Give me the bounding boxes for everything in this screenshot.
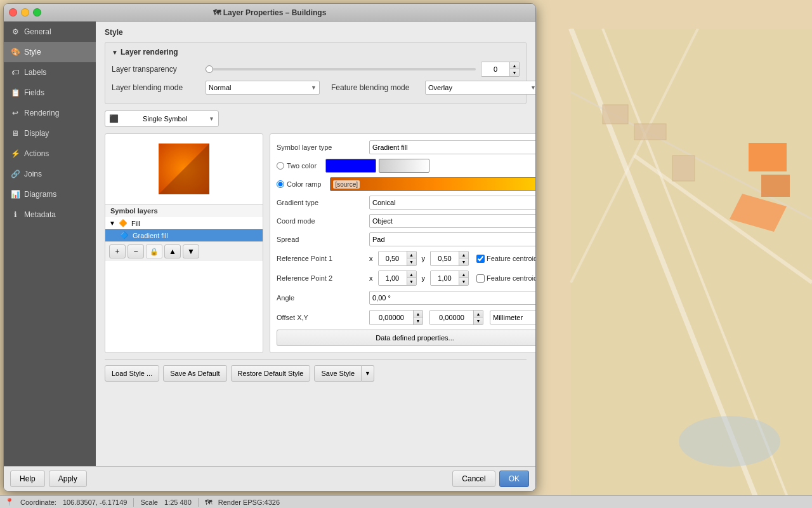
diagrams-icon: 📊 — [10, 189, 20, 199]
symbol-type-select[interactable]: Gradient fill ▼ — [369, 140, 535, 154]
data-defined-btn[interactable]: Data defined properties... — [277, 330, 535, 346]
sidebar-item-display[interactable]: 🖥 Display — [4, 123, 96, 144]
ref-point1-y-spinbox[interactable]: ▲ ▼ — [430, 251, 469, 266]
blending-select[interactable]: Normal ▼ — [206, 81, 320, 95]
labels-icon: 🏷 — [10, 67, 20, 77]
ref2-feature-centroid-label[interactable]: Feature centroid — [476, 274, 535, 283]
ref-point1-x-input[interactable] — [379, 251, 407, 265]
gradient-type-select[interactable]: Conical ▼ — [369, 196, 535, 210]
maximize-button[interactable] — [33, 8, 41, 17]
renderer-icon: ⬛ — [109, 114, 119, 123]
dialog-title-text: Layer Properties – Buildings — [223, 8, 327, 17]
ref1-y-down[interactable]: ▼ — [459, 258, 468, 265]
ref-point1-y-input[interactable] — [431, 251, 459, 265]
ref1-x-down[interactable]: ▼ — [407, 258, 416, 265]
ref2-x-up[interactable]: ▲ — [407, 271, 416, 278]
style-bar: Load Style ... Save As Default Restore D… — [105, 359, 527, 382]
coord-mode-select[interactable]: Object ▼ — [369, 214, 535, 228]
load-style-button[interactable]: Load Style ... — [105, 365, 159, 382]
sidebar-item-actions[interactable]: ⚡ Actions — [4, 144, 96, 164]
transparency-spinbox[interactable]: ▲ ▼ — [481, 62, 520, 77]
ref1-x-up[interactable]: ▲ — [407, 251, 416, 258]
remove-layer-button[interactable]: − — [128, 244, 144, 258]
style-label: Style — [105, 28, 123, 37]
slider-thumb[interactable] — [206, 65, 213, 73]
sidebar-item-diagrams[interactable]: 📊 Diagrams — [4, 184, 96, 204]
move-up-button[interactable]: ▲ — [164, 244, 181, 258]
save-style-button[interactable]: Save Style — [314, 365, 362, 382]
transparency-slider[interactable] — [206, 68, 476, 70]
tree-item-gradient-fill[interactable]: 🔷 Gradient fill — [105, 229, 263, 241]
ref-point2-y-input[interactable] — [431, 271, 459, 285]
color-ramp-radio[interactable] — [277, 180, 284, 188]
help-button[interactable]: Help — [10, 471, 45, 487]
ref-point2-y-spinbox[interactable]: ▲ ▼ — [430, 271, 469, 286]
transparency-spin-up[interactable]: ▲ — [510, 62, 519, 69]
ref2-x-down[interactable]: ▼ — [407, 278, 416, 285]
add-layer-button[interactable]: + — [109, 244, 126, 258]
apply-button[interactable]: Apply — [49, 471, 87, 487]
minimize-button[interactable] — [21, 8, 29, 17]
offset-unit-select[interactable]: Millimeter ▼ — [490, 311, 535, 324]
scale-label: Scale — [140, 498, 158, 506]
offset-y-input[interactable] — [430, 311, 473, 324]
spread-select[interactable]: Pad ▼ — [369, 232, 535, 246]
offset-y-up[interactable]: ▲ — [474, 311, 483, 318]
color-ramp-value: [source] — [333, 180, 360, 189]
offset-unit-value: Millimeter — [493, 314, 523, 321]
feature-blending-select[interactable]: Overlay ▼ — [425, 81, 535, 95]
ref1-feature-centroid-label[interactable]: Feature centroid — [476, 255, 535, 263]
layer-rendering-section: ▼ Layer rendering Layer transparency ▲ — [105, 42, 527, 104]
sidebar-item-metadata[interactable]: ℹ Metadata — [4, 204, 96, 225]
ref-point1-label: Reference Point 1 — [277, 255, 365, 262]
sidebar-item-general[interactable]: ⚙ General — [4, 22, 96, 42]
sidebar-item-style[interactable]: 🎨 Style — [4, 42, 96, 62]
angle-input[interactable] — [369, 291, 535, 305]
ref1-feature-centroid-checkbox[interactable] — [476, 255, 485, 263]
offset-x-spinbox[interactable]: ▲ ▼ — [369, 310, 423, 325]
offset-x-input[interactable] — [370, 311, 413, 324]
ref-point1-x-spinbox[interactable]: ▲ ▼ — [378, 251, 417, 266]
general-icon: ⚙ — [10, 27, 20, 37]
sidebar-item-label: Display — [24, 129, 49, 138]
ref2-feature-centroid-checkbox[interactable] — [476, 274, 485, 283]
save-style-arrow-button[interactable]: ▼ — [362, 365, 374, 382]
offset-x-up[interactable]: ▲ — [414, 311, 422, 318]
sidebar-item-fields[interactable]: 📋 Fields — [4, 83, 96, 103]
lock-layer-button[interactable]: 🔒 — [146, 244, 162, 258]
cancel-button[interactable]: Cancel — [452, 471, 495, 487]
close-button[interactable] — [9, 8, 17, 17]
offset-y-down[interactable]: ▼ — [474, 318, 483, 324]
sidebar-item-labels[interactable]: 🏷 Labels — [4, 62, 96, 83]
color-swatch-secondary[interactable] — [379, 159, 429, 173]
feature-blending-label: Feature blending mode — [331, 83, 420, 92]
color-swatch-primary[interactable] — [325, 159, 376, 173]
ref1-y-up[interactable]: ▲ — [459, 251, 468, 258]
two-color-radio-label[interactable]: Two color — [277, 162, 317, 170]
ref2-y-down[interactable]: ▼ — [459, 278, 468, 285]
color-ramp-swatch[interactable]: [source] — [330, 177, 535, 191]
ok-button[interactable]: OK — [499, 471, 529, 487]
ref-point2-x-input[interactable] — [379, 271, 407, 285]
apply-label: Apply — [58, 474, 77, 483]
transparency-input[interactable] — [481, 62, 509, 76]
transparency-spin-down[interactable]: ▼ — [510, 69, 519, 76]
sidebar-item-label: Diagrams — [24, 190, 56, 199]
ref2-y-up[interactable]: ▲ — [459, 271, 468, 278]
offset-x-down[interactable]: ▼ — [414, 318, 422, 324]
offset-y-spinbox[interactable]: ▲ ▼ — [429, 310, 483, 325]
color-ramp-radio-label[interactable]: Color ramp — [277, 180, 321, 188]
fields-icon: 📋 — [10, 88, 20, 98]
save-as-default-label: Save As Default — [170, 370, 219, 377]
tree-item-fill[interactable]: ▼ 🔶 Fill — [105, 217, 263, 229]
ref-point2-x-spinbox[interactable]: ▲ ▼ — [378, 271, 417, 286]
sidebar-item-joins[interactable]: 🔗 Joins — [4, 164, 96, 184]
renderer-select[interactable]: ⬛ Single Symbol ▼ — [105, 110, 219, 127]
save-as-default-button[interactable]: Save As Default — [163, 365, 226, 382]
transparency-label: Layer transparency — [112, 65, 200, 74]
restore-default-button[interactable]: Restore Default Style — [231, 365, 311, 382]
sidebar-item-rendering[interactable]: ↩ Rendering — [4, 103, 96, 123]
sidebar-item-label: Style — [24, 48, 41, 57]
move-down-button[interactable]: ▼ — [183, 244, 199, 258]
two-color-radio[interactable] — [277, 162, 284, 170]
